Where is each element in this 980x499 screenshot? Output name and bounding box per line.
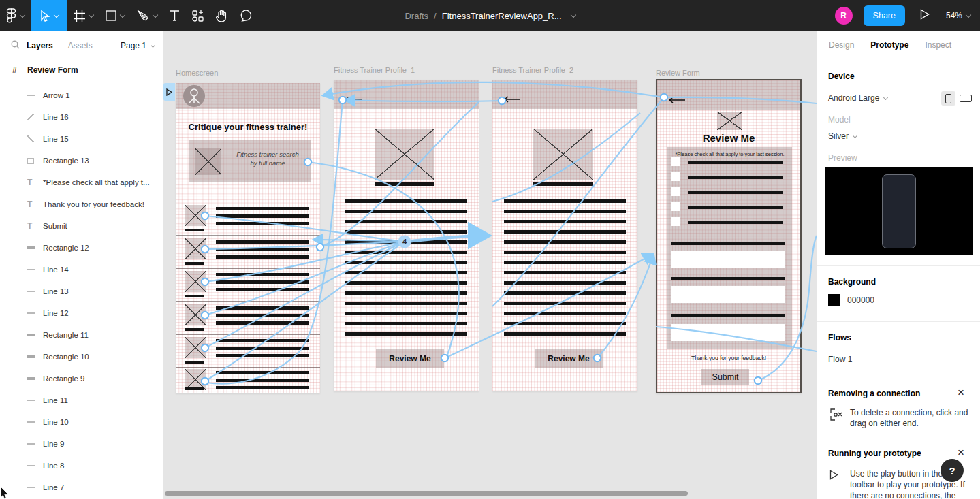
layer-row[interactable]: T Submit [0,215,163,237]
placeholder-bar [345,271,467,274]
placeholder-bar [504,220,626,223]
flow-start-button[interactable] [163,83,175,101]
text-input-placeholder[interactable] [671,251,785,268]
line-layer-icon [27,465,35,466]
layer-row[interactable]: Line 8 [0,455,163,477]
share-button[interactable]: Share [864,5,905,26]
placeholder-bar [671,314,785,317]
move-tool-button[interactable] [31,0,67,31]
frame-review-form[interactable]: Review Me *Please check all that apply t… [656,79,802,393]
layer-row[interactable]: Line 12 [0,302,163,324]
text-input-placeholder[interactable] [671,286,785,303]
tab-design[interactable]: Design [829,40,854,50]
frame-label-profile1[interactable]: Fitness Trainer Profile_1 [334,66,415,74]
comment-tool-button[interactable] [234,0,258,31]
layer-row[interactable]: Line 9 [0,433,163,455]
page-selector[interactable]: Page 1 [121,41,155,50]
placeholder-bar [345,230,467,234]
orientation-portrait-button[interactable] [941,91,955,106]
present-play-button[interactable] [920,9,930,22]
mouse-cursor-icon [0,486,11,499]
flow-item[interactable]: Flow 1 [828,355,852,364]
checkbox-placeholder[interactable] [671,217,680,226]
placeholder-bar [688,161,783,164]
checkbox-placeholder[interactable] [671,202,680,211]
checkbox-placeholder[interactable] [671,172,680,181]
tab-prototype[interactable]: Prototype [870,40,908,50]
help-button[interactable]: ? [941,459,964,482]
background-hex-value[interactable]: 000000 [847,295,874,305]
layer-row[interactable]: Arrow 1 [0,84,163,106]
frame-label-homescreen[interactable]: Homescreen [176,69,218,77]
line-layer-icon [27,312,35,314]
list-divider [176,268,320,269]
layer-row[interactable]: Line 13 [0,280,163,302]
review-me-button[interactable]: Review Me [376,349,444,368]
placeholder-bar [185,295,204,297]
frame-homescreen[interactable]: Critique your fitness trainer! Fitness t… [176,83,320,393]
layer-row[interactable]: Line 14 [0,259,163,280]
back-arrow-icon[interactable] [503,93,521,106]
layer-row[interactable]: Line 11 [0,389,163,411]
placeholder-bar [345,210,467,213]
pen-tool-button[interactable] [131,0,163,31]
layer-row[interactable]: Rectangle 11 [0,324,163,346]
breadcrumb-folder[interactable]: Drafts [405,11,428,21]
placeholder-bar [504,312,626,315]
homescreen-title: Critique your fitness trainer! [176,122,320,132]
close-icon[interactable]: × [958,447,964,458]
layer-row-review-form[interactable]: # Review Form [0,60,163,80]
hand-tool-button[interactable] [210,0,234,31]
zoom-control[interactable]: 54% [946,11,970,20]
back-arrow-icon[interactable] [345,93,362,106]
layer-row[interactable]: Line 10 [0,411,163,433]
resources-tool-button[interactable] [186,0,210,31]
background-color-swatch[interactable] [828,294,840,306]
canvas[interactable]: Homescreen Fitness Trainer Profile_1 Fit… [163,31,817,499]
chevron-down-icon [883,95,888,99]
main-menu-button[interactable] [0,0,31,31]
layer-row[interactable]: Line 16 [0,106,163,128]
checkbox-placeholder[interactable] [671,157,680,166]
tab-inspect[interactable]: Inspect [925,40,951,50]
tab-layers[interactable]: Layers [27,41,53,50]
layer-row[interactable]: T Thank you for your feedback! [0,193,163,215]
back-arrow-icon[interactable] [668,94,686,106]
device-selector[interactable]: Android Large [828,93,887,103]
checkbox-placeholder[interactable] [671,187,680,196]
frame-profile2[interactable]: Review Me [492,80,637,391]
text-tool-button[interactable] [163,0,186,31]
chevron-down-icon [20,12,25,17]
breadcrumb-filename[interactable]: FitnessTrainerReviewApp_R... [442,11,562,21]
frame-label-profile2[interactable]: Fitness Trainer Profile_2 [492,66,573,74]
file-breadcrumb[interactable]: Drafts / FitnessTrainerReviewApp_R... [405,0,575,31]
chevron-down-icon[interactable] [570,12,575,17]
avatar[interactable]: R [835,7,853,25]
orientation-landscape-button[interactable] [960,95,972,102]
layer-row[interactable]: Rectangle 10 [0,346,163,368]
pen-tool-icon [137,10,149,22]
layer-row[interactable]: T *Please check all that apply t... [0,172,163,193]
shape-tool-button[interactable] [99,0,131,31]
resources-icon [192,10,204,22]
frame-profile1[interactable]: Review Me [334,80,479,391]
layer-row[interactable]: Rectangle 12 [0,237,163,259]
layer-row[interactable]: Rectangle 9 [0,368,163,389]
review-me-button[interactable]: Review Me [535,349,603,368]
frame-label-review-form[interactable]: Review Form [656,69,700,77]
submit-button[interactable]: Submit [701,369,749,385]
search-icon[interactable] [11,39,20,52]
placeholder-bar [504,281,626,285]
layer-row[interactable]: Rectangle 13 [0,150,163,172]
text-input-placeholder[interactable] [671,324,785,341]
layer-row[interactable]: Line 15 [0,128,163,150]
text-layer-icon: T [27,200,32,208]
image-placeholder-icon [717,112,742,130]
frame-tool-button[interactable] [67,0,99,31]
tab-assets[interactable]: Assets [68,41,93,50]
model-selector[interactable]: Silver [828,131,857,141]
close-icon[interactable]: × [958,387,964,398]
horizontal-scrollbar[interactable] [165,491,688,496]
layer-row[interactable]: Line 7 [0,477,163,498]
trainer-search-box[interactable]: Fitness trainer search by full name [189,140,311,182]
